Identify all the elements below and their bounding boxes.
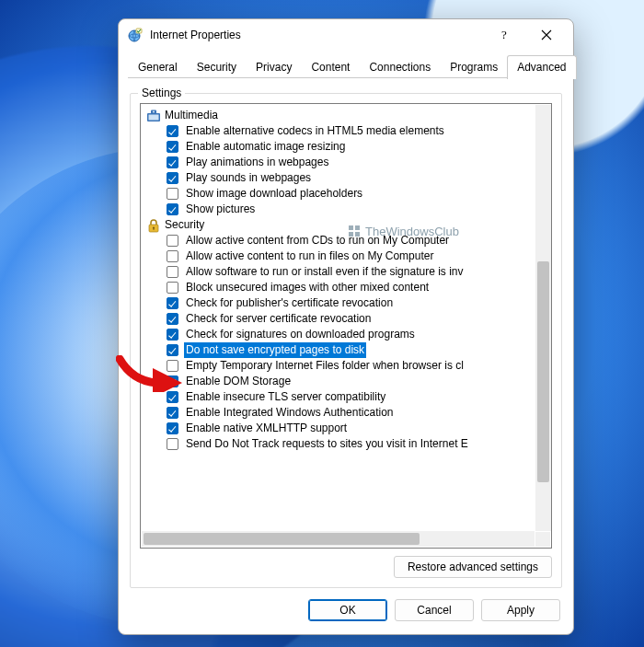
tree-item[interactable]: Block unsecured images with other mixed …: [146, 280, 551, 295]
checkbox[interactable]: [167, 282, 178, 294]
scrollbar-corner: [535, 532, 550, 547]
tree-item-label: Enable native XMLHTTP support: [184, 421, 349, 436]
tab-security[interactable]: Security: [187, 56, 247, 78]
tree-item-label: Enable alternative codecs in HTML5 media…: [184, 123, 446, 139]
checkbox[interactable]: [167, 344, 178, 356]
close-button[interactable]: [525, 21, 568, 49]
tree-item[interactable]: Play animations in webpages: [146, 155, 551, 170]
tabs-strip: General Security Privacy Content Connect…: [128, 54, 564, 78]
tree-item[interactable]: Empty Temporary Internet Files folder wh…: [146, 358, 551, 374]
security-icon: [146, 218, 161, 233]
tab-programs[interactable]: Programs: [440, 56, 508, 78]
tree-item[interactable]: Enable DOM Storage: [146, 374, 551, 389]
tree-item-label: Check for server certificate revocation: [184, 311, 373, 327]
checkbox[interactable]: [167, 297, 178, 309]
tree-item-label: Send Do Not Track requests to sites you …: [184, 436, 470, 452]
checkbox[interactable]: [167, 125, 178, 137]
tree-item[interactable]: Check for publisher's certificate revoca…: [146, 295, 551, 311]
checkbox[interactable]: [167, 438, 178, 450]
ok-button[interactable]: OK: [308, 599, 387, 621]
checkbox[interactable]: [167, 313, 178, 325]
tree-item-label: Enable automatic image resizing: [184, 139, 347, 155]
help-button[interactable]: ?: [483, 21, 525, 49]
tree-item-label: Check for publisher's certificate revoca…: [184, 295, 395, 311]
tree-item[interactable]: Enable alternative codecs in HTML5 media…: [146, 123, 551, 139]
tree-item[interactable]: Show pictures: [146, 202, 551, 217]
tree-item[interactable]: Enable native XMLHTTP support: [146, 421, 551, 436]
horizontal-scrollbar-thumb[interactable]: [144, 533, 420, 545]
settings-label: Settings: [138, 87, 185, 99]
svg-point-5: [153, 110, 155, 112]
tab-advanced[interactable]: Advanced: [507, 55, 576, 79]
vertical-scrollbar[interactable]: [535, 105, 551, 531]
tree-item[interactable]: Check for server certificate revocation: [146, 311, 551, 327]
tree-item[interactable]: Allow active content to run in files on …: [146, 248, 551, 264]
horizontal-scrollbar[interactable]: [142, 531, 535, 547]
multimedia-icon: [146, 109, 161, 123]
tree-item-label: Allow active content from CDs to run on …: [184, 233, 451, 248]
tab-content[interactable]: Content: [301, 56, 360, 78]
settings-groupbox: Settings MultimediaEnable alternative co…: [130, 93, 562, 588]
tree-item-label: Enable DOM Storage: [184, 374, 293, 389]
checkbox[interactable]: [167, 422, 178, 434]
tree-item-label: Check for signatures on downloaded progr…: [184, 327, 417, 342]
checkbox[interactable]: [167, 266, 178, 278]
settings-tree[interactable]: MultimediaEnable alternative codecs in H…: [140, 103, 552, 549]
checkbox[interactable]: [167, 407, 178, 419]
tree-item[interactable]: Enable insecure TLS server compatibility: [146, 389, 551, 405]
apply-button[interactable]: Apply: [481, 599, 560, 621]
cancel-button[interactable]: Cancel: [395, 599, 474, 621]
checkbox[interactable]: [167, 156, 178, 168]
tree-group-label: Multimedia: [165, 108, 218, 123]
internet-options-icon: [128, 28, 143, 42]
checkbox[interactable]: [167, 188, 178, 200]
tree-item-label: Show pictures: [184, 202, 257, 217]
internet-properties-dialog: Internet Properties ? General Security P…: [118, 18, 574, 635]
tree-item[interactable]: Show image download placeholders: [146, 186, 551, 202]
tree-item[interactable]: Send Do Not Track requests to sites you …: [146, 436, 551, 452]
window-title: Internet Properties: [150, 29, 241, 41]
tab-general[interactable]: General: [128, 56, 188, 78]
checkbox[interactable]: [167, 172, 178, 184]
checkbox[interactable]: [167, 141, 178, 153]
checkbox[interactable]: [167, 329, 178, 341]
svg-rect-8: [153, 227, 154, 229]
tree-group[interactable]: Multimedia: [146, 108, 551, 123]
tree-item-label: Show image download placeholders: [184, 186, 364, 202]
tree-item-label: Enable insecure TLS server compatibility: [184, 389, 387, 405]
tree-item-label: Enable Integrated Windows Authentication: [184, 405, 395, 421]
tree-item[interactable]: Allow software to run or install even if…: [146, 264, 551, 280]
checkbox[interactable]: [167, 203, 178, 215]
tree-item-label: Play sounds in webpages: [184, 170, 313, 186]
checkbox[interactable]: [167, 250, 178, 262]
tree-item[interactable]: Enable Integrated Windows Authentication: [146, 405, 551, 421]
checkbox[interactable]: [167, 375, 178, 387]
tree-item-label: Empty Temporary Internet Files folder wh…: [184, 358, 466, 374]
checkbox[interactable]: [167, 391, 178, 403]
tree-item-label: Block unsecured images with other mixed …: [184, 280, 431, 295]
tree-item-label: Play animations in webpages: [184, 155, 330, 170]
tree-item-label: Do not save encrypted pages to disk: [184, 342, 366, 358]
tab-connections[interactable]: Connections: [359, 56, 441, 78]
tab-privacy[interactable]: Privacy: [246, 56, 302, 78]
tree-group-label: Security: [165, 217, 204, 233]
svg-rect-3: [149, 114, 159, 120]
tree-item[interactable]: Check for signatures on downloaded progr…: [146, 327, 551, 342]
tree-item-label: Allow active content to run in files on …: [184, 248, 435, 264]
tree-item[interactable]: Do not save encrypted pages to disk: [146, 342, 551, 358]
checkbox[interactable]: [167, 360, 178, 372]
dialog-buttons: OK Cancel Apply: [119, 588, 573, 634]
close-icon: [541, 29, 552, 40]
checkbox[interactable]: [167, 235, 178, 247]
vertical-scrollbar-thumb[interactable]: [537, 261, 549, 482]
restore-advanced-settings-button[interactable]: Restore advanced settings: [394, 556, 552, 578]
tree-item[interactable]: Enable automatic image resizing: [146, 139, 551, 155]
tree-item[interactable]: Allow active content from CDs to run on …: [146, 233, 551, 248]
tree-item[interactable]: Play sounds in webpages: [146, 170, 551, 186]
tree-item-label: Allow software to run or install even if…: [184, 264, 465, 280]
titlebar: Internet Properties ?: [119, 19, 573, 51]
tree-group[interactable]: Security: [146, 217, 551, 233]
